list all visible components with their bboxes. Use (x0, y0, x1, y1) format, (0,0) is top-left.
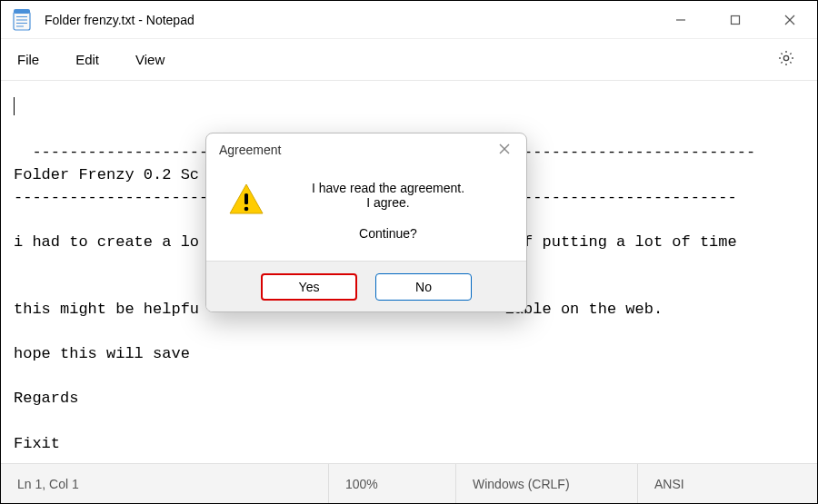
window-title: Folder frenzy.txt - Notepad (45, 13, 653, 27)
dialog-body: I have read the agreement. I agree. Cont… (206, 166, 526, 261)
warning-icon (228, 183, 268, 220)
svg-rect-7 (732, 16, 740, 25)
svg-rect-13 (244, 193, 248, 204)
svg-rect-1 (14, 9, 30, 14)
svg-point-10 (783, 55, 788, 60)
dialog-titlebar: Agreement (206, 133, 526, 166)
dialog-line3: Continue? (290, 226, 486, 241)
dialog-message: I have read the agreement. I agree. Cont… (290, 181, 504, 241)
minimize-button[interactable] (653, 1, 708, 39)
statusbar: Ln 1, Col 1 100% Windows (CRLF) ANSI (1, 463, 817, 503)
maximize-button[interactable] (708, 1, 763, 39)
dialog-title: Agreement (219, 143, 281, 157)
menu-view[interactable]: View (117, 44, 183, 74)
svg-rect-0 (14, 12, 30, 30)
yes-button[interactable]: Yes (261, 273, 357, 301)
svg-point-14 (244, 207, 249, 212)
no-button[interactable]: No (375, 273, 472, 301)
window-controls (653, 1, 817, 38)
status-position: Ln 1, Col 1 (1, 464, 328, 503)
close-button[interactable] (763, 1, 817, 39)
status-zoom: 100% (328, 464, 455, 503)
text-caret (14, 97, 15, 115)
menubar: File Edit View (1, 39, 817, 81)
dialog-close-button[interactable] (492, 137, 517, 163)
status-encoding: ANSI (637, 464, 817, 503)
notepad-icon (12, 9, 32, 31)
agreement-dialog: Agreement I have read the agreement. I a… (205, 133, 527, 312)
menu-edit[interactable]: Edit (57, 44, 117, 74)
settings-button[interactable] (768, 42, 804, 78)
dialog-actions: Yes No (206, 261, 526, 311)
close-icon (499, 143, 510, 157)
status-eol: Windows (CRLF) (455, 464, 637, 503)
gear-icon (777, 49, 795, 70)
dialog-line1: I have read the agreement. (290, 181, 486, 195)
menu-file[interactable]: File (6, 44, 57, 74)
dialog-line2: I agree. (290, 195, 486, 210)
titlebar: Folder frenzy.txt - Notepad (1, 1, 817, 39)
